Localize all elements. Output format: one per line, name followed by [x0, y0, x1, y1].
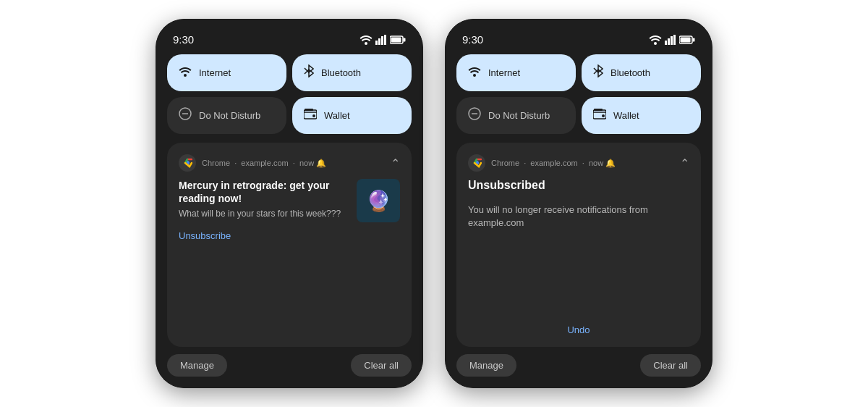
svg-rect-7	[404, 38, 406, 41]
svg-rect-1	[375, 41, 378, 45]
chrome-icon-right	[468, 154, 485, 172]
tile-donotdisturb-left[interactable]: Do Not Disturb	[167, 97, 286, 134]
notif-header-info-right: Chrome · example.com · now 🔔	[468, 154, 616, 172]
svg-rect-20	[671, 36, 673, 45]
donotdisturb-tile-icon-left	[179, 107, 192, 124]
wifi-icon-right	[649, 35, 662, 45]
tile-donotdisturb-right[interactable]: Do Not Disturb	[456, 97, 576, 134]
notif-text-left: Mercury in retrograde: get your reading …	[179, 179, 349, 335]
svg-point-15	[312, 114, 315, 117]
tile-wallet-left[interactable]: Wallet	[292, 97, 412, 134]
svg-point-0	[365, 42, 367, 45]
bottom-bar-right: Manage Clear all	[456, 354, 701, 377]
svg-rect-14	[305, 109, 313, 111]
notif-body-left: Mercury in retrograde: get your reading …	[179, 179, 400, 335]
svg-point-17	[654, 42, 657, 45]
notif-unsubscribed-title-right: Unsubscribed	[468, 179, 689, 192]
notif-header-info-left: Chrome · example.com · now 🔔	[179, 154, 326, 172]
tile-wallet-label-left: Wallet	[324, 110, 350, 121]
wifi-tile-icon-right	[468, 65, 481, 80]
svg-point-25	[473, 74, 476, 77]
tile-bluetooth-left[interactable]: Bluetooth	[292, 54, 412, 91]
tile-internet-left[interactable]: Internet	[167, 54, 286, 91]
quick-tiles-left: Internet Bluetooth	[167, 54, 412, 134]
notif-collapse-left[interactable]: ⌃	[391, 156, 400, 170]
signal-icon	[375, 35, 387, 45]
tile-wallet-label-right: Wallet	[613, 110, 639, 121]
bluetooth-tile-icon-right	[593, 64, 603, 81]
notif-meta-right: Chrome · example.com · now 🔔	[491, 159, 616, 168]
status-time-right: 9:30	[462, 33, 483, 46]
battery-icon-right	[679, 35, 695, 44]
svg-rect-18	[665, 41, 667, 45]
svg-rect-30	[593, 110, 606, 119]
wallet-tile-icon-right	[593, 108, 606, 123]
wallet-tile-icon-left	[304, 108, 317, 123]
status-time-left: 9:30	[173, 33, 194, 46]
tile-donotdisturb-label-right: Do Not Disturb	[488, 110, 550, 121]
svg-rect-6	[391, 37, 401, 42]
manage-button-right[interactable]: Manage	[456, 354, 516, 377]
tile-donotdisturb-label-left: Do Not Disturb	[199, 110, 260, 121]
notif-body-right: Unsubscribed You will no longer receive …	[468, 179, 689, 335]
svg-rect-13	[304, 110, 317, 119]
svg-point-8	[184, 74, 187, 77]
svg-rect-24	[693, 38, 695, 41]
tile-wallet-right[interactable]: Wallet	[582, 97, 701, 134]
phones-container: 9:30	[0, 0, 868, 407]
status-bar-left: 9:30	[167, 30, 412, 54]
notif-image-left: 🔮	[357, 179, 400, 222]
notif-action-left: Unsubscribe	[179, 229, 349, 242]
svg-rect-23	[681, 37, 691, 42]
svg-rect-19	[668, 38, 670, 45]
bluetooth-tile-icon-left	[304, 64, 314, 81]
signal-icon-right	[665, 35, 676, 45]
tile-internet-right[interactable]: Internet	[456, 54, 576, 91]
tile-bluetooth-label-left: Bluetooth	[321, 67, 361, 78]
notif-title-left: Mercury in retrograde: get your reading …	[179, 179, 349, 205]
status-bar-right: 9:30	[456, 30, 701, 54]
phone-right: 9:30	[445, 19, 712, 388]
wifi-tile-icon-left	[179, 65, 192, 80]
battery-icon	[390, 35, 406, 44]
wifi-icon	[359, 35, 373, 45]
notif-header-right: Chrome · example.com · now 🔔 ⌃	[468, 154, 689, 172]
status-icons-right	[649, 35, 695, 45]
chrome-icon-left	[179, 154, 196, 172]
donotdisturb-tile-icon-right	[468, 107, 481, 124]
tile-internet-label-right: Internet	[488, 67, 520, 78]
tile-bluetooth-label-right: Bluetooth	[610, 67, 650, 78]
svg-rect-3	[381, 36, 383, 45]
svg-rect-31	[594, 109, 603, 111]
notif-meta-left: Chrome · example.com · now 🔔	[202, 159, 326, 168]
notif-subtitle-left: What will be in your stars for this week…	[179, 208, 349, 220]
svg-rect-2	[378, 38, 380, 45]
clear-all-button-left[interactable]: Clear all	[351, 354, 412, 377]
unsubscribe-button-left[interactable]: Unsubscribe	[179, 230, 231, 241]
svg-rect-21	[673, 35, 676, 45]
notification-card-right: Chrome · example.com · now 🔔 ⌃ Unsubscri…	[456, 143, 701, 347]
svg-point-32	[602, 114, 605, 117]
status-icons-left	[359, 35, 406, 45]
tile-bluetooth-right[interactable]: Bluetooth	[582, 54, 701, 91]
undo-button-right[interactable]: Undo	[468, 324, 689, 335]
phone-left: 9:30	[156, 19, 423, 388]
quick-tiles-right: Internet Bluetooth	[456, 54, 701, 134]
notif-unsubscribed-body-right: You will no longer receive notifications…	[468, 204, 689, 310]
notification-card-left: Chrome · example.com · now 🔔 ⌃ Mercury i…	[167, 143, 412, 347]
notif-collapse-right[interactable]: ⌃	[680, 156, 689, 170]
svg-rect-4	[384, 35, 386, 45]
bottom-bar-left: Manage Clear all	[167, 354, 412, 377]
tile-internet-label-left: Internet	[199, 67, 231, 78]
notif-header-left: Chrome · example.com · now 🔔 ⌃	[179, 154, 400, 172]
clear-all-button-right[interactable]: Clear all	[640, 354, 701, 377]
manage-button-left[interactable]: Manage	[167, 354, 227, 377]
